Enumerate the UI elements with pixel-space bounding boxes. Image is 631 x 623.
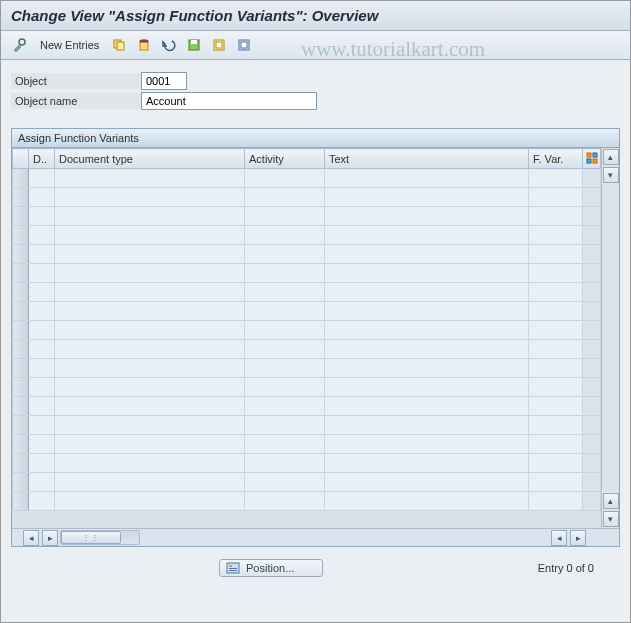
undo-icon[interactable] [158, 35, 180, 55]
table-cell[interactable] [325, 245, 529, 264]
table-cell[interactable] [325, 416, 529, 435]
table-cell[interactable] [55, 435, 245, 454]
table-cell[interactable] [245, 226, 325, 245]
table-cell[interactable] [245, 378, 325, 397]
vertical-scrollbar[interactable]: ▴ ▾ ▴ ▾ [601, 148, 619, 528]
copy-icon[interactable] [108, 35, 130, 55]
table-cell[interactable] [583, 321, 601, 340]
table-cell[interactable] [245, 492, 325, 511]
table-cell[interactable] [325, 397, 529, 416]
table-cell[interactable] [55, 378, 245, 397]
table-cell[interactable] [245, 359, 325, 378]
table-cell[interactable] [29, 302, 55, 321]
row-selector[interactable] [13, 207, 29, 226]
table-cell[interactable] [529, 207, 583, 226]
col-text[interactable]: Text [325, 149, 529, 169]
scroll-down-icon[interactable]: ▾ [603, 511, 619, 527]
table-cell[interactable] [55, 169, 245, 188]
table-cell[interactable] [325, 340, 529, 359]
table-cell[interactable] [529, 473, 583, 492]
hscroll-right-icon[interactable]: ▸ [570, 530, 586, 546]
table-cell[interactable] [29, 207, 55, 226]
table-cell[interactable] [325, 188, 529, 207]
table-cell[interactable] [245, 169, 325, 188]
table-cell[interactable] [245, 454, 325, 473]
row-selector[interactable] [13, 397, 29, 416]
table-cell[interactable] [529, 416, 583, 435]
table-cell[interactable] [29, 245, 55, 264]
table-cell[interactable] [325, 283, 529, 302]
table-cell[interactable] [245, 321, 325, 340]
row-selector[interactable] [13, 188, 29, 207]
object-name-input[interactable] [141, 92, 317, 110]
table-cell[interactable] [245, 416, 325, 435]
table-cell[interactable] [529, 435, 583, 454]
table-cell[interactable] [55, 226, 245, 245]
table-cell[interactable] [55, 473, 245, 492]
table-cell[interactable] [245, 435, 325, 454]
new-entries-button[interactable]: New Entries [34, 37, 105, 53]
col-d[interactable]: D.. [29, 149, 55, 169]
table-cell[interactable] [325, 378, 529, 397]
table-cell[interactable] [29, 321, 55, 340]
table-cell[interactable] [325, 264, 529, 283]
hscroll-left-step-icon[interactable]: ◂ [551, 530, 567, 546]
col-fvar[interactable]: F. Var. [529, 149, 583, 169]
table-cell[interactable] [55, 321, 245, 340]
table-cell[interactable] [583, 207, 601, 226]
table-cell[interactable] [55, 302, 245, 321]
table-cell[interactable] [529, 340, 583, 359]
table-cell[interactable] [583, 188, 601, 207]
table-cell[interactable] [29, 188, 55, 207]
table-cell[interactable] [55, 359, 245, 378]
table-cell[interactable] [325, 207, 529, 226]
table-cell[interactable] [29, 340, 55, 359]
table-cell[interactable] [55, 454, 245, 473]
table-cell[interactable] [529, 302, 583, 321]
hscroll-right-step-icon[interactable]: ▸ [42, 530, 58, 546]
table-cell[interactable] [245, 207, 325, 226]
object-input[interactable] [141, 72, 187, 90]
table-cell[interactable] [55, 492, 245, 511]
hscroll-left-icon[interactable]: ◂ [23, 530, 39, 546]
table-cell[interactable] [29, 454, 55, 473]
table-cell[interactable] [529, 397, 583, 416]
table-cell[interactable] [29, 473, 55, 492]
table-cell[interactable] [245, 473, 325, 492]
row-selector[interactable] [13, 435, 29, 454]
save-icon[interactable] [183, 35, 205, 55]
table-cell[interactable] [529, 283, 583, 302]
table-cell[interactable] [583, 397, 601, 416]
col-doc-type[interactable]: Document type [55, 149, 245, 169]
position-button[interactable]: Position... [219, 559, 323, 577]
table-cell[interactable] [529, 245, 583, 264]
table-cell[interactable] [325, 473, 529, 492]
delete-icon[interactable] [133, 35, 155, 55]
col-selector[interactable] [13, 149, 29, 169]
row-selector[interactable] [13, 321, 29, 340]
table-cell[interactable] [55, 264, 245, 283]
table-cell[interactable] [245, 340, 325, 359]
table-cell[interactable] [245, 397, 325, 416]
table-cell[interactable] [325, 492, 529, 511]
table-cell[interactable] [325, 435, 529, 454]
table-cell[interactable] [583, 435, 601, 454]
row-selector[interactable] [13, 378, 29, 397]
table-cell[interactable] [583, 416, 601, 435]
table-cell[interactable] [325, 359, 529, 378]
table-cell[interactable] [55, 397, 245, 416]
table-cell[interactable] [583, 245, 601, 264]
row-selector[interactable] [13, 169, 29, 188]
table-cell[interactable] [29, 283, 55, 302]
table-cell[interactable] [583, 283, 601, 302]
table-cell[interactable] [325, 321, 529, 340]
table-cell[interactable] [529, 378, 583, 397]
table-cell[interactable] [529, 492, 583, 511]
wrench-icon[interactable] [9, 35, 31, 55]
table-cell[interactable] [529, 169, 583, 188]
table-cell[interactable] [583, 454, 601, 473]
row-selector[interactable] [13, 245, 29, 264]
table-cell[interactable] [55, 283, 245, 302]
hscroll-track[interactable]: ⋮⋮ [60, 530, 140, 545]
table-cell[interactable] [29, 169, 55, 188]
